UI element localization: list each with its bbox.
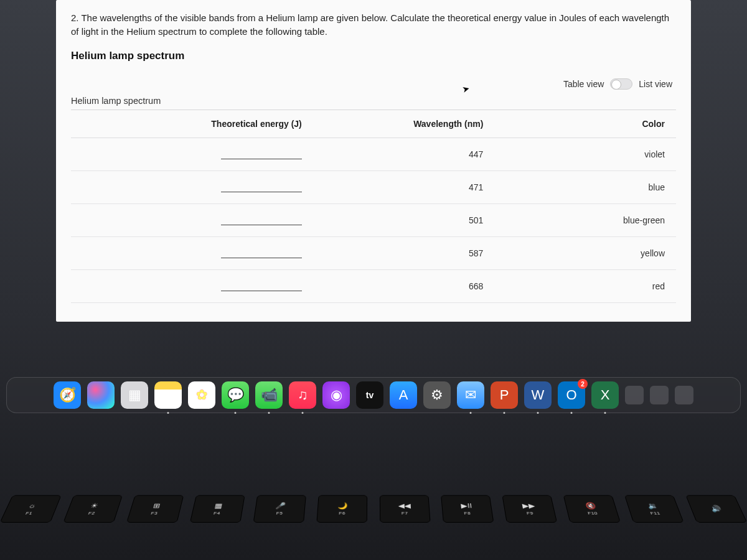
key-f8[interactable]: ▶IIF8: [441, 495, 494, 523]
dock-excel-icon[interactable]: X: [591, 381, 619, 409]
color-value: red: [494, 269, 676, 302]
mission-control-icon: ⊞: [152, 502, 161, 510]
key-label: F10: [587, 511, 598, 515]
energy-blank[interactable]: [71, 236, 313, 269]
dock-stub-icon[interactable]: [650, 386, 669, 404]
ppt-glyph: P: [500, 387, 509, 403]
table-row: 501 blue-green: [71, 203, 676, 236]
view-toggle[interactable]: [610, 78, 632, 90]
wavelength-value: 668: [313, 269, 495, 302]
color-value: blue-green: [494, 203, 676, 236]
color-value: violet: [494, 138, 676, 170]
dock-safari-icon[interactable]: 🧭: [54, 381, 81, 409]
question-card: 2. The wavelengths of the visible bands …: [56, 0, 691, 322]
appstore-glyph: A: [399, 387, 408, 403]
table-row: 447 violet: [71, 138, 676, 170]
key-f1[interactable]: ☼F1: [0, 495, 62, 523]
wavelength-value: 587: [313, 236, 495, 269]
table-row: 471 blue: [71, 170, 676, 203]
keyboard-fn-row: ☼F1 ☀F2 ⊞F3 ▦F4 🎤F5 🌙F6 ◀◀F7 ▶IIF8 ▶▶F9 …: [0, 492, 747, 560]
running-dot-icon: [302, 412, 304, 414]
running-dot-icon: [571, 412, 573, 414]
key-f2[interactable]: ☀F2: [63, 495, 123, 523]
running-dot-icon: [537, 412, 539, 414]
key-label: F11: [650, 511, 661, 515]
mail-glyph: ✉: [465, 387, 476, 403]
running-dot-icon: [504, 412, 505, 414]
key-f4[interactable]: ▦F4: [190, 495, 245, 523]
running-dot-icon: [268, 412, 270, 414]
dock-settings-icon[interactable]: ⚙: [423, 381, 451, 409]
dock-siri-icon[interactable]: [87, 381, 115, 409]
dock-stub-icon[interactable]: [625, 386, 644, 404]
running-dot-icon: [470, 412, 472, 414]
key-label: F2: [88, 511, 96, 515]
key-f6[interactable]: 🌙F6: [316, 495, 367, 523]
col-energy: Theoretical energy (J): [71, 110, 313, 138]
word-glyph: W: [532, 387, 545, 403]
facetime-glyph: 📹: [261, 387, 278, 403]
brightness-down-icon: ☼: [27, 502, 37, 510]
question-prompt: 2. The wavelengths of the visible bands …: [71, 11, 676, 39]
running-dot-icon: [167, 412, 169, 414]
key-f12[interactable]: 🔊: [685, 495, 747, 523]
dock-mail-icon[interactable]: ✉: [457, 381, 484, 409]
launchpad-glyph: ▦: [128, 387, 141, 403]
key-label: F7: [402, 511, 408, 515]
list-view-label: List view: [639, 79, 672, 89]
dock-notes-icon[interactable]: [154, 381, 182, 409]
energy-blank[interactable]: [71, 138, 313, 170]
wavelength-value: 447: [313, 138, 495, 170]
table-row: 587 yellow: [71, 236, 676, 269]
volume-down-icon: 🔉: [646, 502, 659, 510]
dock-tv-icon[interactable]: tv: [356, 381, 383, 409]
key-f11[interactable]: 🔉F11: [624, 495, 684, 523]
table-caption: Helium lamp spectrum: [71, 96, 676, 110]
running-dot-icon: [604, 412, 606, 414]
dnd-icon: 🌙: [337, 502, 347, 510]
dock-podcasts-icon[interactable]: ◉: [322, 381, 350, 409]
dock-photos-icon[interactable]: ✿: [188, 381, 215, 409]
dock-outlook-icon[interactable]: O 2: [558, 381, 585, 409]
dock-facetime-icon[interactable]: 📹: [255, 381, 283, 409]
volume-up-icon: 🔊: [709, 505, 722, 513]
mute-icon: 🔇: [585, 502, 596, 510]
dock-messages-icon[interactable]: 💬: [222, 381, 249, 409]
photos-glyph: ✿: [196, 387, 207, 403]
color-value: yellow: [494, 236, 676, 269]
key-label: F3: [151, 511, 158, 515]
outlook-glyph: O: [566, 387, 576, 403]
key-f9[interactable]: ▶▶F9: [502, 495, 557, 523]
rewind-icon: ◀◀: [398, 502, 411, 510]
view-toggle-row: Table view List view: [71, 78, 676, 96]
forward-icon: ▶▶: [522, 502, 535, 510]
play-pause-icon: ▶II: [461, 502, 472, 510]
macos-dock: 🧭 ▦ ✿ 💬 📹 ♫ ◉ tv A ⚙ ✉ P W O 2 X: [0, 373, 747, 417]
dock-powerpoint-icon[interactable]: P: [491, 381, 518, 409]
energy-blank[interactable]: [71, 269, 313, 302]
music-glyph: ♫: [298, 387, 308, 403]
dock-stub-icon[interactable]: [675, 386, 693, 404]
dock-launchpad-icon[interactable]: ▦: [121, 381, 148, 409]
key-label: F1: [25, 511, 34, 515]
key-f10[interactable]: 🔇F10: [563, 495, 621, 523]
settings-glyph: ⚙: [431, 387, 443, 403]
energy-blank[interactable]: [71, 203, 313, 236]
color-value: blue: [494, 170, 676, 203]
table-header-row: Theoretical energy (J) Wavelength (nm) C…: [71, 110, 676, 138]
dock-word-icon[interactable]: W: [524, 381, 552, 409]
key-f5[interactable]: 🎤F5: [253, 495, 306, 523]
brightness-up-icon: ☀: [90, 502, 100, 510]
energy-blank[interactable]: [71, 170, 313, 203]
key-label: F6: [339, 511, 345, 515]
messages-glyph: 💬: [227, 387, 244, 403]
mic-icon: 🎤: [275, 502, 286, 510]
col-wavelength: Wavelength (nm): [313, 110, 495, 138]
key-f7[interactable]: ◀◀F7: [380, 495, 431, 523]
dock-appstore-icon[interactable]: A: [390, 381, 417, 409]
key-label: F8: [464, 511, 471, 515]
dock-music-icon[interactable]: ♫: [289, 381, 316, 409]
key-label: F5: [276, 511, 283, 515]
key-f3[interactable]: ⊞F3: [126, 495, 184, 523]
spectrum-table: Theoretical energy (J) Wavelength (nm) C…: [71, 110, 676, 303]
